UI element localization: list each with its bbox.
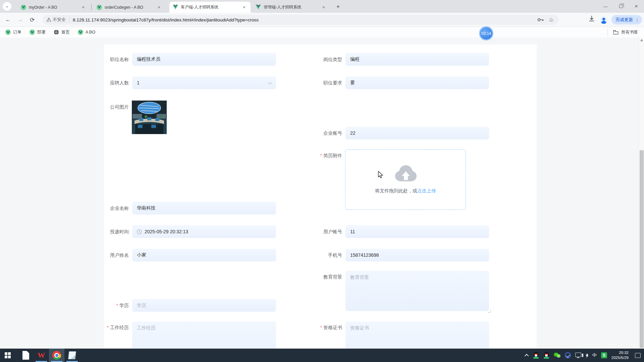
page-scrollbar[interactable] [639, 38, 644, 349]
job-title-label: 职位名称 [77, 53, 129, 66]
address-bar[interactable]: 不安全 8.129.11.174:9023/springbootal17c87y… [43, 15, 558, 25]
work-experience-textarea[interactable] [132, 321, 276, 349]
tab-ordercodegen[interactable]: orderCodegen - A BO × [93, 2, 165, 13]
ime-language-indicator[interactable]: 中 [592, 352, 597, 358]
education-background-textarea[interactable] [345, 271, 489, 311]
all-bookmarks-label: 所有书签 [621, 29, 638, 35]
chrome-menu-kebab-icon[interactable]: ⋮ [635, 19, 639, 21]
taskbar-chrome-app[interactable] [49, 349, 64, 362]
job-requirements-input[interactable] [345, 76, 489, 89]
degree-input[interactable] [132, 299, 276, 312]
folder-icon [613, 30, 619, 35]
delivery-time-value: 2025-05-29 20:32:13 [145, 229, 188, 234]
forward-button[interactable]: → [15, 14, 25, 25]
avatar-body [601, 21, 606, 24]
profile-avatar[interactable] [600, 16, 607, 24]
qualification-label: *资格证书 [290, 321, 342, 334]
s-app-tray-icon[interactable]: S [601, 352, 607, 358]
network-display-icon[interactable] [575, 353, 581, 357]
bookmark-bushu[interactable]: 部署 [30, 29, 46, 35]
chevron-down-icon [268, 80, 272, 84]
textarea-resize-handle[interactable] [488, 310, 491, 313]
resume-upload-dropzone[interactable]: 将文件拖到此处，或点击上传 [345, 149, 466, 210]
user-name-input[interactable] [132, 249, 276, 261]
taskbar-clock[interactable]: 20:32 2025/5/29 [611, 350, 629, 360]
taskbar-notepad-app[interactable] [64, 349, 80, 362]
phone-input[interactable] [345, 249, 489, 261]
security-shield-icon[interactable] [565, 352, 571, 358]
tab-myorder[interactable]: myOrder - A BO × [17, 2, 90, 13]
avatar-head [602, 18, 605, 20]
new-tab-button[interactable]: + [334, 3, 342, 11]
job-type-label: 岗位类型 [290, 53, 342, 66]
click-upload-link[interactable]: 点击上传 [417, 188, 436, 193]
tab-admin-recruitment[interactable]: 管理端-人才招聘系统 × [252, 2, 330, 13]
bookmark-abo[interactable]: A BO [78, 29, 95, 35]
tab-search-chevron[interactable]: ⌄ [3, 2, 11, 11]
user-account-label: 用户账号 [290, 225, 342, 238]
tab-title: myOrder - A BO [29, 5, 77, 10]
qualification-textarea[interactable] [345, 321, 489, 349]
company-image-thumbnail[interactable] [132, 101, 167, 134]
warning-triangle-icon [47, 18, 51, 22]
minimize-button[interactable]: — [598, 0, 613, 13]
user-account-input[interactable] [345, 225, 489, 238]
refresh-button[interactable]: ⟳ [27, 14, 38, 25]
company-name-input[interactable] [132, 202, 276, 215]
update-chrome-button[interactable]: 完成更新 ⋮ [611, 15, 642, 24]
tab-close-icon[interactable]: × [80, 4, 86, 10]
windows-taskbar: W 中 S 20:32 2025/5/29 [0, 349, 644, 362]
work-experience-label: *工作经历 [77, 321, 129, 334]
bookmark-label: 订单 [13, 29, 21, 35]
vue-icon [78, 29, 83, 35]
notepad-icon [68, 351, 76, 359]
vue-icon [30, 29, 35, 35]
bookmark-star-icon[interactable]: ☆ [549, 16, 554, 23]
scrollbar-up-arrow[interactable] [640, 39, 643, 41]
update-label: 完成更新 [615, 17, 633, 23]
taskbar-document-app[interactable] [18, 349, 34, 362]
download-icon[interactable] [589, 15, 595, 22]
bookmark-shouye[interactable]: 首页 [54, 29, 70, 35]
headcount-select[interactable]: 1 [132, 76, 276, 89]
back-button[interactable]: ← [3, 14, 13, 25]
degree-label: *学历 [77, 299, 129, 312]
windows-logo-icon [5, 352, 11, 358]
notification-center-icon[interactable] [635, 353, 641, 358]
volume-icon[interactable] [586, 354, 588, 357]
password-key-icon[interactable] [537, 18, 544, 22]
company-name-label: 企业名称 [77, 202, 129, 215]
tab-close-icon[interactable]: × [241, 4, 247, 10]
tray-expand-chevron-icon[interactable] [525, 354, 529, 358]
required-asterisk: * [107, 325, 109, 330]
security-chip[interactable]: 不安全 [43, 17, 69, 23]
all-bookmarks-button[interactable]: 所有书签 [607, 29, 638, 36]
wechat-icon[interactable] [554, 352, 560, 358]
delivery-time-label: 投递时间 [77, 225, 129, 238]
bookmark-label: 部署 [37, 29, 46, 35]
restore-button[interactable] [613, 0, 629, 13]
scrollbar-thumb[interactable] [640, 150, 644, 348]
bookmarks-bar: 订单 部署 首页 A BO 所有书签 [0, 27, 644, 38]
qq-icon[interactable] [533, 352, 539, 359]
required-asterisk: * [320, 325, 322, 330]
job-type-input[interactable] [345, 53, 489, 66]
globe-icon [54, 29, 59, 35]
mouse-cursor [378, 171, 384, 179]
tab-close-icon[interactable]: × [156, 4, 162, 10]
job-title-input[interactable] [132, 53, 276, 66]
timer-badge[interactable]: 03:14 [479, 26, 493, 41]
tab-close-icon[interactable]: × [321, 4, 327, 10]
phone-label: 手机号 [290, 249, 342, 261]
chrome-icon [52, 351, 61, 360]
start-button[interactable] [0, 349, 15, 362]
taskbar-wps-app[interactable]: W [34, 349, 49, 362]
tab-client-recruitment-active[interactable]: 客户端-人才招聘系统 × [169, 2, 251, 13]
close-button[interactable]: × [629, 0, 644, 13]
vue-icon [256, 5, 261, 10]
bookmark-dingdan[interactable]: 订单 [5, 29, 21, 35]
headcount-label: 应聘人数 [77, 76, 129, 89]
qq-icon-2[interactable] [543, 352, 549, 359]
delivery-time-picker[interactable]: 2025-05-29 20:32:13 [132, 225, 276, 238]
company-account-input[interactable] [345, 127, 489, 139]
